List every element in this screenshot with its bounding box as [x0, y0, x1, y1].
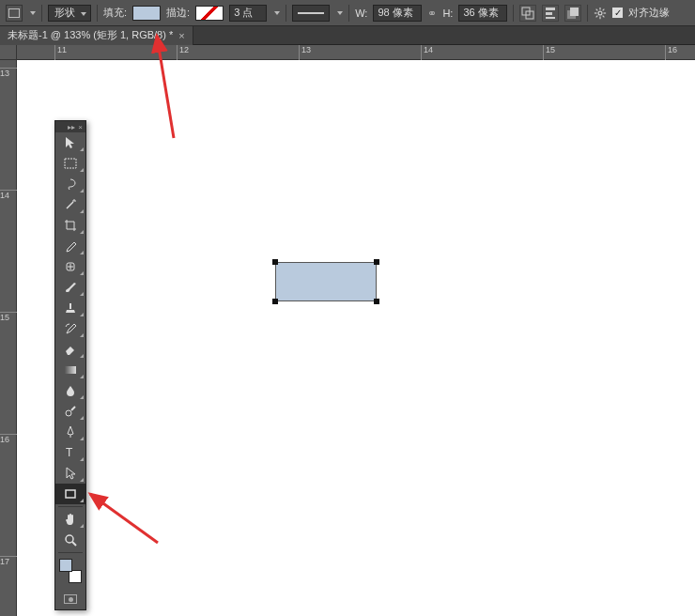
svg-rect-16	[65, 159, 76, 168]
close-icon[interactable]: ×	[178, 30, 184, 41]
fill-swatch[interactable]	[132, 6, 161, 21]
brush-tool[interactable]	[55, 277, 85, 298]
svg-rect-24	[65, 366, 76, 374]
svg-text:T: T	[66, 446, 73, 459]
move-tool[interactable]	[55, 132, 85, 153]
ruler-v-tick: 13	[0, 68, 17, 77]
collapse-icon[interactable]: ▸▸	[68, 123, 75, 131]
shape-mode-select[interactable]: 形状	[48, 5, 91, 22]
divider	[58, 552, 83, 553]
foreground-color-swatch[interactable]	[59, 559, 72, 572]
rectangle-tool[interactable]	[55, 484, 85, 504]
width-label: W:	[355, 8, 367, 19]
healing-brush-tool[interactable]	[55, 256, 85, 277]
ruler-v-tick: 16	[0, 434, 17, 443]
link-icon[interactable]: ⚭	[427, 7, 437, 20]
svg-rect-4	[546, 17, 555, 19]
background-color-swatch[interactable]	[69, 570, 82, 583]
crop-tool[interactable]	[55, 215, 85, 236]
ruler-horizontal[interactable]: 11 12 13 14 15 16	[17, 45, 695, 60]
ruler-v-tick: 17	[0, 556, 17, 565]
stroke-label: 描边:	[166, 6, 190, 20]
options-bar: 形状 填充: 描边: 3 点 W: 98 像素 ⚭ H: 36 像素 ✓ 对齐边…	[0, 0, 695, 26]
svg-rect-2	[546, 8, 555, 10]
stroke-width-field[interactable]: 3 点	[229, 5, 267, 22]
color-swatches[interactable]	[55, 557, 85, 585]
marquee-tool[interactable]	[55, 153, 85, 174]
svg-rect-6	[570, 8, 579, 16]
chevron-down-icon[interactable]	[337, 11, 343, 15]
svg-point-30	[66, 535, 73, 543]
hand-tool[interactable]	[55, 509, 85, 530]
eraser-tool[interactable]	[55, 339, 85, 360]
tool-preset-picker[interactable]	[6, 5, 23, 22]
gradient-tool[interactable]	[55, 360, 85, 380]
svg-line-17	[67, 202, 73, 208]
lasso-tool[interactable]	[55, 174, 85, 194]
tools-panel[interactable]: ▸▸× T	[54, 120, 86, 610]
canvas[interactable]	[17, 60, 695, 616]
height-label: H:	[442, 8, 453, 19]
shape-mode-label: 形状	[54, 6, 75, 20]
svg-rect-3	[546, 12, 552, 15]
resize-handle-tr[interactable]	[374, 259, 379, 265]
clone-stamp-tool[interactable]	[55, 298, 85, 318]
ruler-h-tick: 16	[665, 45, 677, 60]
document-tab[interactable]: 未标题-1 @ 133% (矩形 1, RGB/8) * ×	[0, 26, 193, 45]
history-brush-tool[interactable]	[55, 318, 85, 339]
chevron-down-icon[interactable]	[30, 11, 36, 15]
document-tab-title: 未标题-1 @ 133% (矩形 1, RGB/8) *	[8, 28, 173, 42]
stroke-style-picker[interactable]	[292, 5, 330, 22]
pen-tool[interactable]	[55, 422, 85, 442]
svg-line-12	[596, 8, 598, 10]
ruler-vertical[interactable]: 13 14 15 16 17	[0, 60, 17, 616]
svg-line-31	[72, 542, 76, 546]
ruler-h-tick: 12	[177, 45, 189, 60]
eyedropper-tool[interactable]	[55, 236, 85, 256]
zoom-tool[interactable]	[55, 530, 85, 550]
ruler-v-tick: 14	[0, 190, 17, 199]
close-icon[interactable]: ×	[78, 123, 83, 131]
ruler-h-tick: 14	[421, 45, 433, 60]
svg-line-26	[71, 407, 75, 410]
svg-line-13	[603, 15, 605, 17]
stroke-swatch[interactable]	[195, 6, 224, 21]
path-selection-tool[interactable]	[55, 463, 85, 484]
ruler-origin[interactable]	[0, 45, 17, 60]
path-align-button[interactable]	[542, 5, 559, 22]
document-tab-strip: 未标题-1 @ 133% (矩形 1, RGB/8) * ×	[0, 26, 695, 45]
blur-tool[interactable]	[55, 380, 85, 401]
svg-rect-29	[66, 490, 75, 498]
svg-point-25	[66, 410, 71, 416]
resize-handle-bl[interactable]	[272, 299, 278, 304]
chevron-down-icon	[81, 12, 86, 16]
align-edges-checkbox[interactable]: ✓	[612, 8, 623, 18]
chevron-down-icon[interactable]	[274, 11, 280, 15]
magic-wand-tool[interactable]	[55, 194, 85, 215]
svg-line-15	[596, 15, 598, 17]
ruler-v-tick: 15	[0, 312, 17, 321]
rectangle-shape[interactable]	[275, 262, 377, 301]
resize-handle-br[interactable]	[374, 299, 379, 304]
dodge-tool[interactable]	[55, 401, 85, 422]
ruler-h-tick: 13	[299, 45, 311, 60]
resize-handle-tl[interactable]	[272, 259, 278, 265]
gear-icon[interactable]	[594, 7, 607, 20]
type-tool[interactable]: T	[55, 442, 85, 463]
height-field[interactable]: 36 像素	[458, 5, 507, 22]
ruler-h-tick: 15	[543, 45, 555, 60]
width-field[interactable]: 98 像素	[373, 5, 422, 22]
ruler-h-tick: 11	[54, 45, 67, 60]
svg-line-14	[603, 8, 605, 10]
path-arrange-button[interactable]	[564, 5, 581, 22]
path-combine-button[interactable]	[519, 5, 536, 22]
quick-mask-toggle[interactable]	[55, 589, 85, 609]
fill-label: 填充:	[103, 6, 127, 20]
align-edges-label: 对齐边缘	[628, 6, 670, 20]
svg-point-7	[598, 11, 602, 15]
tools-panel-header[interactable]: ▸▸×	[55, 121, 85, 132]
divider	[58, 506, 83, 507]
